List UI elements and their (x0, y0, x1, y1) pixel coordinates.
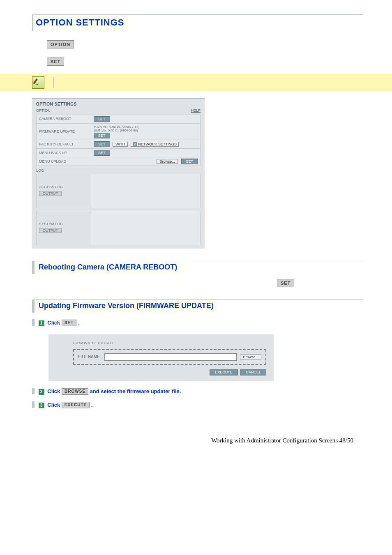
camera-reboot-set-button[interactable]: SET (94, 116, 110, 122)
row-menu-backup: MENU BACK UP (37, 148, 91, 157)
firmware-update-panel: FIRMWARE UPDATE FILE NAME: Browse... EXE… (48, 334, 274, 381)
step3-b: . (91, 402, 93, 408)
access-log-label: ACCESS LOG (39, 185, 63, 189)
option-settings-panel: OPTION SETTINGS OPTION HELP CAMERA REBOO… (32, 98, 205, 249)
fw-execute-button[interactable]: EXECUTE (210, 369, 238, 375)
row-factory-default: FACTORY DEFAULT (37, 140, 91, 148)
step1-set-chip: SET (62, 320, 76, 326)
help-link[interactable]: HELP (191, 108, 201, 113)
system-log-area (91, 211, 201, 245)
system-log-label: SYSTEM LOG (39, 222, 63, 226)
factory-default-with: WITH (113, 142, 128, 147)
panel-section: OPTION (36, 108, 51, 113)
row-camera-reboot: CAMERA REBOOT (37, 115, 91, 123)
row-firmware-update: FIRMWARE UPDATE (37, 123, 91, 140)
pencil-icon (32, 76, 44, 89)
firmware-main-ver: MAIN Ver. 0.00-01 (090817-14) (94, 125, 198, 129)
factory-default-dropdown[interactable]: vNETWORK SETTINGS (131, 142, 179, 147)
page-title: OPTION SETTINGS (32, 15, 128, 31)
step1-b: . (78, 320, 80, 326)
step-number-1: 1 (39, 320, 44, 326)
menu-upload-browse-button[interactable]: Browse... (157, 159, 178, 164)
option-chip: OPTION (47, 40, 74, 48)
row-menu-upload: MENU UPLOAD (37, 157, 91, 166)
firmware-sub-ver: SUB Ver. 0.00-01 (090806-00) (94, 129, 198, 133)
menu-upload-set-button[interactable]: SET (181, 159, 198, 164)
fw-title: FIRMWARE UPDATE (73, 341, 266, 345)
log-section: LOG (32, 166, 205, 174)
step2-b: and select the firmware updater file. (90, 388, 181, 394)
fw-browse-button[interactable]: Browse... (240, 355, 261, 359)
system-log-row: SYSTEM LOG OUTPUT (36, 211, 201, 249)
step-number-2: 2 (39, 389, 44, 395)
menu-backup-set-button[interactable]: SET (94, 150, 110, 156)
step1-a: Click (47, 320, 62, 326)
firmware-update-set-button[interactable]: SET (94, 133, 110, 138)
set-chip: SET (47, 58, 64, 66)
step3-a: Click (47, 402, 62, 408)
divider (53, 77, 54, 88)
panel-title: OPTION SETTINGS (32, 99, 205, 108)
step2-a: Click (47, 388, 62, 394)
reboot-set-chip: SET (277, 279, 294, 287)
step-number-3: 3 (39, 403, 44, 408)
step-marker (32, 401, 35, 408)
factory-default-set-button[interactable]: SET (94, 141, 110, 147)
system-log-output-button[interactable]: OUTPUT (39, 228, 62, 233)
fw-cancel-button[interactable]: CANCEL (240, 369, 266, 375)
access-log-row: ACCESS LOG OUTPUT (36, 174, 201, 208)
step2-browse-chip: BROWSE (62, 388, 88, 395)
section-reboot: Rebooting Camera (CAMERA REBOOT) (32, 261, 180, 274)
file-name-input[interactable] (104, 353, 237, 361)
access-log-output-button[interactable]: OUTPUT (39, 191, 62, 196)
file-name-label: FILE NAME: (78, 355, 101, 359)
step3-execute-chip: EXECUTE (62, 402, 90, 408)
access-log-area (91, 174, 201, 208)
section-firmware: Updating Firmware Version (FIRMWARE UPDA… (32, 300, 217, 313)
step-marker (32, 319, 35, 326)
chevron-down-icon: v (133, 142, 137, 146)
page-footer: Working with Administrator Configuration… (32, 437, 363, 444)
step-marker (32, 388, 35, 394)
